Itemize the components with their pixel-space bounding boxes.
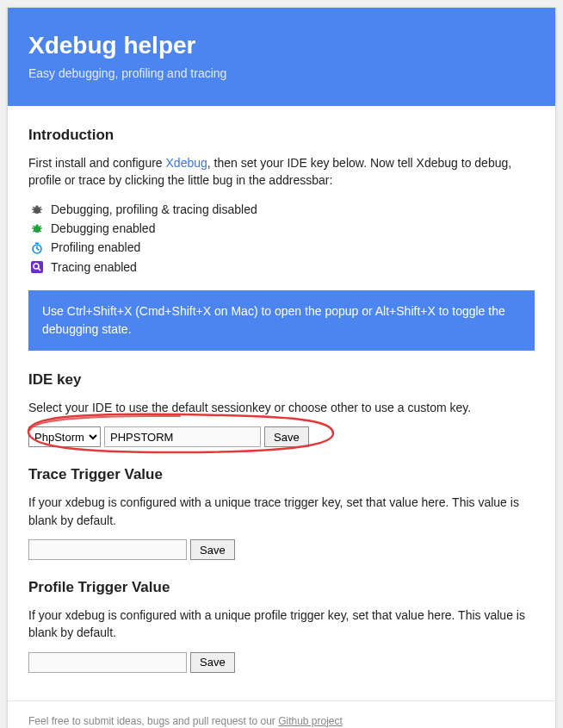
xdebug-link[interactable]: Xdebug <box>166 156 207 170</box>
intro-text-before: First install and configure <box>28 156 166 170</box>
svg-line-16 <box>37 249 40 250</box>
status-label: Profiling enabled <box>51 238 140 257</box>
intro-heading: Introduction <box>28 127 535 144</box>
trace-trigger-input[interactable] <box>28 539 187 560</box>
ide-key-section: IDE key Select your IDE to use the defau… <box>28 371 535 447</box>
svg-line-11 <box>40 226 42 227</box>
content: Introduction First install and configure… <box>8 106 555 700</box>
footer: Feel free to submit ideas, bugs and pull… <box>8 700 555 728</box>
trace-trigger-section: Trace Trigger Value If your xdebug is co… <box>28 466 535 560</box>
status-label: Debugging, profiling & tracing disabled <box>51 200 257 219</box>
app-title: Xdebug helper <box>28 32 535 59</box>
profile-trigger-description: If your xdebug is configured with a uniq… <box>28 607 535 642</box>
status-label: Debugging enabled <box>51 219 155 238</box>
intro-text: First install and configure Xdebug, then… <box>28 154 535 190</box>
status-profiling: Profiling enabled <box>30 238 535 257</box>
svg-rect-18 <box>31 261 43 273</box>
profile-trigger-form-row: Save <box>28 652 535 673</box>
trace-trigger-heading: Trace Trigger Value <box>28 466 535 483</box>
profile-trigger-input[interactable] <box>28 652 187 673</box>
status-debugging: Debugging enabled <box>30 219 535 238</box>
header: Xdebug helper Easy debugging, profiling … <box>8 8 555 106</box>
svg-line-3 <box>33 207 35 208</box>
github-link[interactable]: Github project <box>278 715 343 727</box>
trace-trigger-form-row: Save <box>28 539 535 560</box>
status-disabled: Debugging, profiling & tracing disabled <box>30 200 535 219</box>
profile-trigger-save-button[interactable]: Save <box>190 652 235 673</box>
shortcut-tip: Use Ctrl+Shift+X (Cmd+Shift+X on Mac) to… <box>28 290 535 351</box>
ide-key-input[interactable] <box>104 426 261 447</box>
profile-trigger-section: Profile Trigger Value If your xdebug is … <box>28 579 535 673</box>
search-icon <box>30 260 44 274</box>
ide-key-heading: IDE key <box>28 371 535 389</box>
profile-trigger-heading: Profile Trigger Value <box>28 579 535 596</box>
bug-debug-icon <box>30 221 44 235</box>
svg-line-4 <box>40 207 42 208</box>
settings-card: Xdebug helper Easy debugging, profiling … <box>7 7 556 728</box>
app-subtitle: Easy debugging, profiling and tracing <box>28 66 535 80</box>
ide-key-form-row: PhpStorm Save <box>28 426 535 447</box>
footer-text: Feel free to submit ideas, bugs and pull… <box>28 715 278 727</box>
status-tracing: Tracing enabled <box>30 258 535 277</box>
status-label: Tracing enabled <box>51 258 137 277</box>
svg-line-10 <box>33 226 35 227</box>
ide-key-description: Select your IDE to use the default sessi… <box>28 399 535 416</box>
status-list: Debugging, profiling & tracing disabled … <box>28 200 535 277</box>
trace-trigger-save-button[interactable]: Save <box>190 539 235 560</box>
svg-rect-17 <box>35 242 39 244</box>
bug-disabled-icon <box>30 202 44 216</box>
ide-select[interactable]: PhpStorm <box>28 426 101 447</box>
clock-icon <box>30 241 44 255</box>
trace-trigger-description: If your xdebug is configured with a uniq… <box>28 494 535 529</box>
ide-key-save-button[interactable]: Save <box>264 426 309 447</box>
